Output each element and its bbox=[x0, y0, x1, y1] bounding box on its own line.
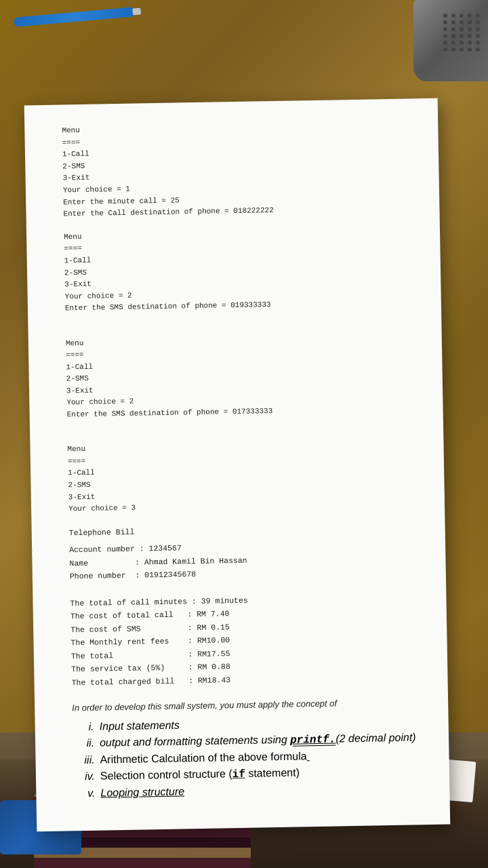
code-section-1: Menu ==== 1-Call 2-SMS 3-Exit Your choic… bbox=[62, 119, 415, 220]
req-num-5: v. bbox=[80, 787, 95, 800]
paper-document: Menu ==== 1-Call 2-SMS 3-Exit Your choic… bbox=[24, 98, 451, 832]
req-text-4: Selection control structure (if statemen… bbox=[100, 767, 300, 783]
req-num-3: iii. bbox=[79, 754, 94, 766]
requirements-section: In order to develop this small system, y… bbox=[72, 697, 426, 800]
if-keyword: if bbox=[232, 768, 246, 781]
req-text-5: Looping structure bbox=[100, 786, 184, 800]
requirement-3: iii. Arithmetic Calculation of the above… bbox=[79, 749, 425, 767]
requirement-5: v. Looping structure bbox=[80, 782, 426, 800]
requirement-4: iv. Selection control structure (if stat… bbox=[80, 765, 426, 784]
code-section-4: Menu ==== 1-Call 2-SMS 3-Exit Your choic… bbox=[67, 426, 421, 515]
telephone-bill: Telephone Bill Account number : 1234567 … bbox=[69, 520, 424, 690]
req-text-2: output and formatting statements using p… bbox=[100, 732, 416, 750]
printf-keyword: printf. bbox=[290, 734, 336, 747]
requirement-1: i. Input statements bbox=[79, 715, 425, 734]
requirement-2: ii. output and formatting statements usi… bbox=[79, 732, 425, 751]
requirements-list: i. Input statements ii. output and forma… bbox=[73, 715, 426, 800]
bill-title: Telephone Bill bbox=[69, 520, 422, 540]
req-num-4: iv. bbox=[80, 770, 95, 783]
code-section-2: Menu ==== 1-Call 2-SMS 3-Exit Your choic… bbox=[64, 225, 418, 315]
req-num-2: ii. bbox=[79, 737, 94, 749]
code-section-3: Menu ==== 1-Call 2-SMS 3-Exit Your choic… bbox=[65, 319, 419, 421]
bag-object bbox=[413, 0, 488, 81]
req-text-1: Input statements bbox=[100, 719, 180, 733]
intro-text: In order to develop this small system, y… bbox=[72, 697, 424, 713]
req-text-3: Arithmetic Calculation of the above form… bbox=[100, 749, 408, 766]
req-num-1: i. bbox=[79, 721, 94, 733]
bag-texture bbox=[443, 14, 481, 52]
